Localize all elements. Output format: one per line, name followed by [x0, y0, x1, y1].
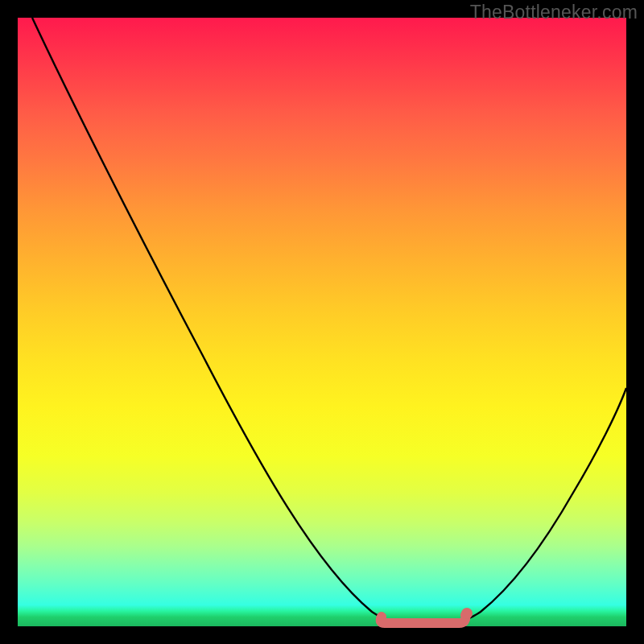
- bottleneck-curve: [32, 18, 626, 623]
- optimal-marker: [381, 608, 473, 623]
- watermark-text: TheBottleneker.com: [470, 2, 638, 23]
- chart-overlay: [18, 18, 626, 626]
- svg-point-0: [461, 608, 473, 619]
- chart-frame: TheBottleneker.com: [0, 0, 644, 644]
